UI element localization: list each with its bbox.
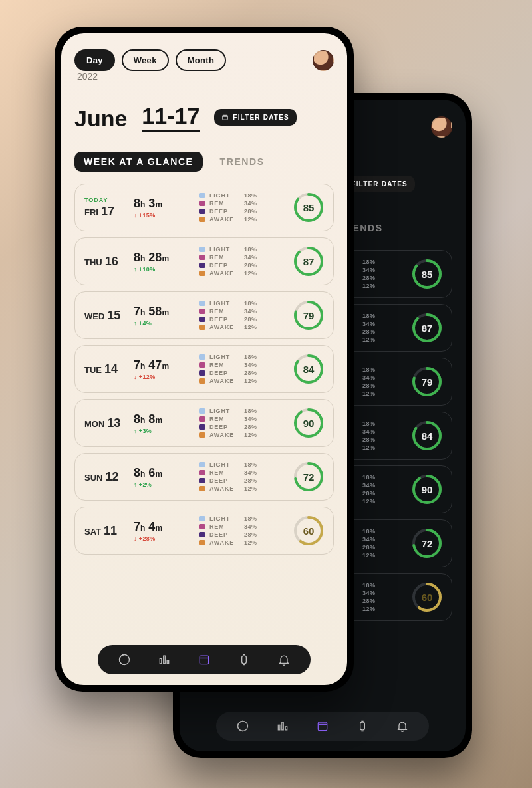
nav-sleep-icon[interactable] <box>118 653 131 666</box>
day-card[interactable]: SAT 11 7h 4m ↓ +28% LIGHT18% REM34% DEEP… <box>74 507 334 555</box>
stage-value-light: 18% <box>244 354 263 360</box>
day-of-week: MON <box>84 419 104 429</box>
day-list: TODAY FRI 17 8h 3m ↓ +15% LIGHT18% REM34… <box>74 184 334 555</box>
date-range[interactable]: 11-17 <box>142 103 200 132</box>
stage-label-light: LIGHT <box>209 408 240 414</box>
swatch-deep <box>199 424 205 430</box>
stage-value-awake: 12% <box>244 216 263 223</box>
stage-value-light: 18% <box>244 192 263 199</box>
score-ring: 87 <box>412 313 442 343</box>
stage-label-light: LIGHT <box>209 461 240 468</box>
day-card[interactable]: TODAY FRI 17 8h 3m ↓ +15% LIGHT18% REM34… <box>74 184 334 231</box>
stage-value-deep: 28% <box>244 531 263 538</box>
stage-value-rem: 34% <box>362 590 381 596</box>
swatch-light <box>199 193 205 198</box>
nav-calendar-icon[interactable] <box>198 653 211 666</box>
nav-device-icon[interactable] <box>356 720 369 733</box>
stage-value-rem: 34% <box>244 523 263 530</box>
stage-label-light: LIGHT <box>209 192 240 199</box>
score-value: 84 <box>412 420 442 451</box>
score-ring: 60 <box>293 515 324 546</box>
day-number: 11 <box>104 524 117 538</box>
day-column: TODAY FRI 17 <box>84 197 127 219</box>
nav-stats-icon[interactable] <box>276 720 289 733</box>
score-ring: 90 <box>412 474 442 505</box>
score-ring: 90 <box>293 408 324 438</box>
day-card[interactable]: SUN 12 8h 6m ↑ +2% LIGHT18% REM34% DEEP2… <box>74 453 334 501</box>
nav-bell-icon[interactable] <box>396 720 409 733</box>
day-card[interactable]: WED 15 7h 58m ↑ +4% LIGHT18% REM34% DEEP… <box>74 291 334 339</box>
seg-week[interactable]: Week <box>122 49 169 71</box>
nav-device-icon[interactable] <box>237 653 251 666</box>
day-of-week: SUN <box>84 473 102 483</box>
sleep-stages: LIGHT18% REM34% DEEP28% AWAKE12% <box>199 408 281 438</box>
svg-rect-21 <box>223 115 227 120</box>
stage-value-deep: 28% <box>244 370 263 376</box>
stage-value-awake: 12% <box>244 539 263 546</box>
year-label: 2022 <box>77 71 334 82</box>
swatch-rem <box>199 470 205 475</box>
sleep-duration: 8h 8m <box>134 412 192 426</box>
stage-value-light: 18% <box>362 259 381 265</box>
stage-value-deep: 28% <box>362 382 381 389</box>
today-badge: TODAY <box>84 197 127 203</box>
stage-value-deep: 28% <box>244 424 263 430</box>
score-value: 87 <box>293 246 324 277</box>
day-column: WED 15 <box>84 309 127 323</box>
day-number: 14 <box>104 362 118 376</box>
stage-value-deep: 28% <box>362 490 381 497</box>
seg-day[interactable]: Day <box>74 49 115 71</box>
stage-value-awake: 12% <box>362 498 381 505</box>
tab-week-glance[interactable]: WEEK AT A GLANCE <box>74 152 203 172</box>
score-ring: 60 <box>412 582 442 612</box>
svg-rect-18 <box>285 727 287 730</box>
nav-bell-icon[interactable] <box>277 653 291 666</box>
stage-label-light: LIGHT <box>209 354 240 360</box>
stage-value-light: 18% <box>362 420 381 427</box>
swatch-light <box>199 247 205 252</box>
day-of-week: SAT <box>84 527 101 537</box>
sleep-stages: LIGHT18% REM34% DEEP28% AWAKE12% <box>199 354 281 384</box>
nav-calendar-icon[interactable] <box>316 720 329 733</box>
score-ring: 72 <box>412 528 442 559</box>
score-ring: 79 <box>412 366 442 397</box>
avatar[interactable] <box>431 116 452 138</box>
swatch-rem <box>199 255 205 260</box>
seg-month[interactable]: Month <box>176 49 226 71</box>
score-value: 72 <box>412 528 442 559</box>
day-card[interactable]: THU 16 8h 28m ↑ +10% LIGHT18% REM34% DEE… <box>74 237 334 285</box>
svg-rect-16 <box>278 725 280 730</box>
day-card[interactable]: MON 13 8h 8m ↑ +3% LIGHT18% REM34% DEEP2… <box>74 399 334 447</box>
stage-value-light: 18% <box>244 515 263 522</box>
svg-rect-20 <box>360 722 365 730</box>
swatch-deep <box>199 317 205 322</box>
score-value: 90 <box>293 408 324 438</box>
tab-trends[interactable]: TRENDS <box>220 156 265 167</box>
stage-value-awake: 12% <box>244 270 263 277</box>
bottom-nav <box>216 712 429 741</box>
day-number: 13 <box>107 416 120 430</box>
duration-column: 8h 3m ↓ +15% <box>134 197 192 219</box>
stage-value-rem: 34% <box>362 536 381 543</box>
duration-column: 8h 8m ↑ +3% <box>134 412 192 434</box>
swatch-awake <box>199 432 205 438</box>
day-card[interactable]: TUE 14 7h 47m ↓ +12% LIGHT18% REM34% DEE… <box>74 345 334 393</box>
day-number: 17 <box>101 205 114 219</box>
nav-stats-icon[interactable] <box>158 653 171 666</box>
score-ring: 84 <box>412 420 442 451</box>
swatch-deep <box>199 370 205 376</box>
swatch-awake <box>199 271 205 276</box>
score-ring: 85 <box>293 192 324 223</box>
day-column: MON 13 <box>84 416 127 430</box>
stage-label-deep: DEEP <box>209 262 240 269</box>
delta-badge: ↑ +2% <box>134 481 192 488</box>
sleep-duration: 7h 58m <box>134 305 192 319</box>
score-value: 60 <box>293 515 324 546</box>
stage-label-awake: AWAKE <box>209 432 240 438</box>
nav-sleep-icon[interactable] <box>236 720 249 733</box>
avatar[interactable] <box>313 50 334 71</box>
swatch-deep <box>199 478 205 483</box>
score-ring: 84 <box>293 354 324 384</box>
stage-value-light: 18% <box>244 461 263 468</box>
filter-dates-button[interactable]: FILTER DATES <box>214 109 297 126</box>
